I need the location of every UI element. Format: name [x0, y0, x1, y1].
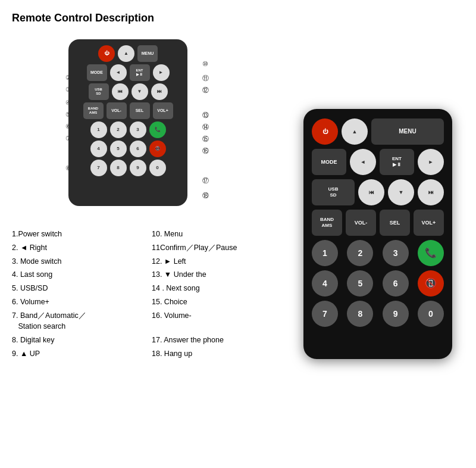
diag-7-btn[interactable]: 7	[90, 160, 107, 176]
diag-row-1: ⏻ ▲ MENU	[74, 45, 181, 62]
diag-row-3: USBSD ⏮ ▼ ⏭	[74, 83, 181, 100]
label-17: ⑰	[202, 176, 209, 185]
real-ent-btn[interactable]: ENT▶⏸	[380, 149, 414, 175]
real-volminus-btn[interactable]: VOL-	[346, 210, 376, 236]
diag-sel-btn[interactable]: SEL	[130, 102, 150, 119]
diag-9-btn[interactable]: 9	[130, 160, 146, 176]
real-row-6: 4 5 6 📵	[312, 270, 444, 297]
diag-down-btn[interactable]: ▼	[131, 83, 148, 100]
diag-up-btn[interactable]: ▲	[118, 45, 134, 62]
real-row-1: ⏻ ▲ MENU	[312, 118, 444, 145]
real-0-btn[interactable]: 0	[418, 301, 444, 327]
desc-13: 13. ▼ Under the	[152, 269, 280, 280]
desc-15: 15. Choice	[152, 297, 280, 308]
page-title: Remote Control Description	[12, 12, 280, 24]
diag-5-btn[interactable]: 5	[110, 141, 127, 157]
diag-row-5: 1 2 3 📞	[74, 121, 181, 138]
desc-11: 11Confirm／Play／Pause	[152, 242, 280, 254]
diag-2-btn[interactable]: 2	[110, 121, 127, 138]
label-14: ⑭	[202, 123, 209, 132]
desc-9: 9. ▲ UP	[12, 348, 140, 360]
real-answer-btn[interactable]: 📞	[418, 240, 444, 266]
real-next-btn[interactable]: ⏭	[418, 179, 444, 205]
diag-next-btn[interactable]: ⏭	[151, 83, 168, 100]
real-9-btn[interactable]: 9	[383, 301, 409, 327]
diag-answer-btn[interactable]: 📞	[149, 121, 166, 138]
diag-hangup-btn[interactable]: 📵	[149, 141, 166, 157]
label-15: ⑮	[202, 135, 209, 143]
real-down-btn[interactable]: ▼	[388, 179, 414, 205]
diag-row-7: 7 8 9 0	[74, 160, 181, 176]
real-mode-btn[interactable]: MODE	[312, 149, 346, 175]
label-10: ⑩	[202, 60, 208, 68]
real-6-btn[interactable]: 6	[383, 270, 409, 297]
real-volplus-btn[interactable]: VOL+	[414, 210, 444, 236]
diag-6-btn[interactable]: 6	[130, 141, 146, 157]
real-8-btn[interactable]: 8	[347, 301, 373, 327]
real-right-btn[interactable]: ►	[418, 149, 444, 175]
diag-3-btn[interactable]: 3	[130, 121, 146, 138]
desc-6: 6. Volume+	[12, 297, 140, 308]
diag-row-2: MODE ◄ ENT▶⏸ ►	[74, 64, 181, 81]
desc-7: 7. Band／Automatic／ Station search	[12, 310, 140, 333]
diag-mode-btn[interactable]: MODE	[87, 64, 107, 81]
desc-18: 18. Hang up	[152, 348, 280, 360]
desc-5: 5. USB/SD	[12, 283, 140, 294]
real-2-btn[interactable]: 2	[347, 240, 373, 266]
label-13: ⑬	[202, 111, 209, 120]
real-usb-btn[interactable]: USBSD	[312, 179, 355, 205]
diag-8-btn[interactable]: 8	[110, 160, 127, 176]
real-up-btn[interactable]: ▲	[342, 118, 368, 145]
real-7-btn[interactable]: 7	[312, 301, 338, 327]
diag-band-btn[interactable]: BANDAMS	[83, 102, 104, 119]
label-11: ⑪	[202, 74, 209, 83]
real-row-3: USBSD ⏮ ▼ ⏭	[312, 179, 444, 205]
diag-volplus-btn[interactable]: VOL+	[153, 102, 173, 119]
left-panel: Remote Control Description ① ② ③ ④ ⑤ ⑥ ⑦…	[12, 12, 280, 456]
label-16: ⑯	[202, 146, 209, 155]
diagram-area: ① ② ③ ④ ⑤ ⑥ ⑦ ⑧ ⑨ ⑩ ⑪ ⑫ ⑬ ⑭ ⑮ ⑯ ⑰ ⑱ ⏻ ▲	[33, 33, 259, 218]
real-prev-btn[interactable]: ⏮	[358, 179, 384, 205]
diag-menu-btn[interactable]: MENU	[137, 45, 158, 62]
real-row-5: 1 2 3 📞	[312, 240, 444, 266]
desc-14: 14 . Next song	[152, 283, 280, 294]
diag-usb-btn[interactable]: USBSD	[89, 83, 109, 100]
diag-left-arr-btn[interactable]: ◄	[110, 64, 127, 81]
diag-right-arr-btn[interactable]: ►	[153, 64, 170, 81]
diag-volminus-btn[interactable]: VOL-	[107, 102, 127, 119]
real-band-btn[interactable]: BANDAMS	[312, 210, 342, 236]
real-sel-btn[interactable]: SEL	[380, 210, 410, 236]
real-row-4: BANDAMS VOL- SEL VOL+	[312, 210, 444, 236]
desc-1: 1.Power switch	[12, 229, 140, 240]
real-1-btn[interactable]: 1	[312, 240, 338, 266]
real-row-2: MODE ◄ ENT▶⏸ ►	[312, 149, 444, 175]
desc-4: 4. Last song	[12, 269, 140, 280]
real-3-btn[interactable]: 3	[383, 240, 409, 266]
desc-8: 8. Digital key	[12, 335, 140, 346]
real-4-btn[interactable]: 4	[312, 270, 338, 297]
label-18: ⑱	[202, 191, 209, 200]
diag-row-6: 4 5 6 📵	[74, 141, 181, 157]
diag-ent-btn[interactable]: ENT▶⏸	[130, 64, 150, 81]
diag-4-btn[interactable]: 4	[90, 141, 107, 157]
diag-row-4: BANDAMS VOL- SEL VOL+	[74, 102, 181, 119]
desc-2: 2. ◄ Right	[12, 242, 140, 254]
diag-power-btn[interactable]: ⏻	[98, 45, 115, 62]
real-left-btn[interactable]: ◄	[350, 149, 376, 175]
page: Remote Control Description ① ② ③ ④ ⑤ ⑥ ⑦…	[0, 0, 476, 468]
descriptions: 1.Power switch 10. Menu 2. ◄ Right 11Con…	[12, 229, 280, 360]
diag-1-btn[interactable]: 1	[90, 121, 107, 138]
remote-real: ⏻ ▲ MENU MODE ◄ ENT▶⏸ ► USBSD ⏮ ▼ ⏭ BAND…	[303, 109, 452, 359]
desc-10: 10. Menu	[152, 229, 280, 240]
label-12: ⑫	[202, 86, 209, 95]
real-row-7: 7 8 9 0	[312, 301, 444, 327]
diag-prev-btn[interactable]: ⏮	[112, 83, 129, 100]
remote-diagram: ⏻ ▲ MENU MODE ◄ ENT▶⏸ ► USBSD ⏮ ▼ ⏭	[68, 39, 187, 206]
desc-3: 3. Mode switch	[12, 256, 140, 267]
real-power-btn[interactable]: ⏻	[312, 118, 338, 145]
real-menu-btn[interactable]: MENU	[371, 118, 444, 145]
real-hangup-btn[interactable]: 📵	[418, 270, 444, 297]
diag-0-btn[interactable]: 0	[149, 160, 166, 176]
real-5-btn[interactable]: 5	[347, 270, 373, 297]
desc-16: 16. Volume-	[152, 310, 280, 333]
